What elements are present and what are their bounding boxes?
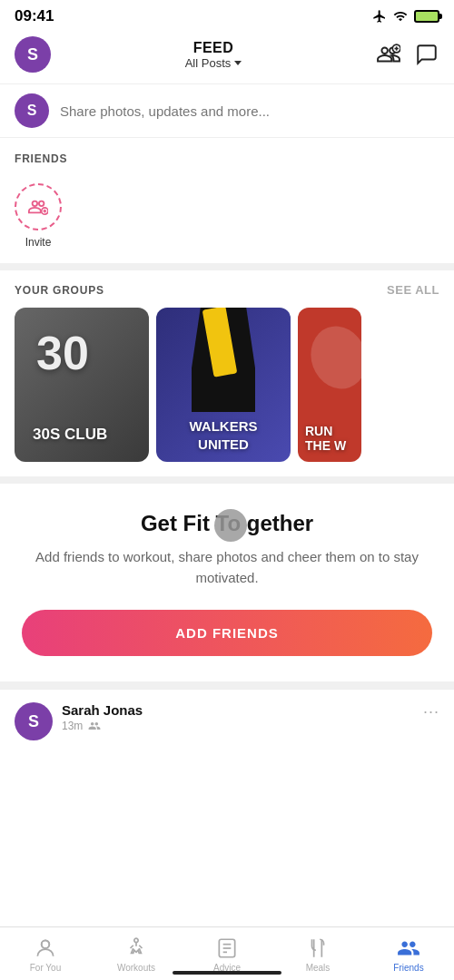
wifi-icon bbox=[392, 9, 409, 24]
chevron-down-icon bbox=[234, 61, 242, 65]
meals-icon bbox=[306, 936, 330, 960]
invite-button[interactable]: Invite bbox=[15, 183, 62, 249]
invite-label: Invite bbox=[25, 236, 52, 249]
status-time: 09:41 bbox=[15, 7, 54, 25]
friends-row: Invite bbox=[0, 183, 454, 263]
post-info: Sarah Jonas 13m bbox=[62, 702, 414, 732]
nav-label-workouts: Workouts bbox=[117, 963, 155, 973]
svg-point-8 bbox=[134, 938, 138, 942]
svg-point-7 bbox=[42, 940, 50, 948]
nav-item-for-you[interactable]: For You bbox=[0, 933, 91, 980]
status-bar: 09:41 bbox=[0, 0, 454, 29]
header-actions bbox=[376, 42, 439, 67]
groups-section-header: YOUR GROUPS SEE ALL bbox=[0, 270, 454, 308]
post-more-options-button[interactable]: ··· bbox=[423, 702, 439, 721]
group-card-label: 30S CLUB bbox=[33, 426, 107, 444]
group-card-label: WALKERSUNITED bbox=[156, 417, 291, 453]
battery-icon bbox=[414, 10, 439, 23]
share-bar[interactable]: S bbox=[0, 83, 454, 138]
nav-label-for-you: For You bbox=[30, 963, 61, 973]
groups-title: YOUR GROUPS bbox=[15, 284, 104, 297]
post-time: 13m bbox=[62, 720, 83, 732]
nav-label-meals: Meals bbox=[306, 963, 331, 973]
add-friend-button[interactable] bbox=[376, 42, 401, 67]
status-icons bbox=[372, 9, 439, 24]
feed-title: FEED bbox=[185, 40, 242, 56]
nav-item-workouts[interactable]: Workouts bbox=[91, 933, 182, 980]
group-icon bbox=[88, 720, 101, 732]
friends-section-label: FRIENDS bbox=[15, 152, 439, 165]
share-input[interactable] bbox=[60, 103, 439, 119]
post-author-name: Sarah Jonas bbox=[62, 702, 414, 718]
get-fit-title: Get Fit To gether bbox=[22, 511, 432, 536]
airplane-icon bbox=[372, 9, 387, 24]
feed-title-group: FEED All Posts bbox=[185, 40, 242, 70]
feed-filter[interactable]: All Posts bbox=[185, 56, 242, 70]
post-avatar[interactable]: S bbox=[15, 702, 53, 740]
get-fit-section: Get Fit To gether Add friends to workout… bbox=[0, 484, 454, 681]
post-item: S Sarah Jonas 13m ··· bbox=[0, 689, 454, 753]
group-card-walkers-united[interactable]: WALKERSUNITED bbox=[156, 308, 291, 462]
share-avatar: S bbox=[15, 93, 49, 128]
workouts-icon bbox=[124, 936, 148, 960]
home-indicator bbox=[173, 971, 281, 975]
friends-section-header: FRIENDS bbox=[0, 138, 454, 183]
overlay-circle bbox=[214, 509, 247, 542]
nav-item-friends[interactable]: Friends bbox=[363, 933, 454, 980]
nav-item-meals[interactable]: Meals bbox=[272, 933, 363, 980]
header: S FEED All Posts bbox=[0, 29, 454, 83]
section-divider-3 bbox=[0, 681, 454, 689]
friends-icon bbox=[397, 936, 420, 960]
for-you-icon bbox=[34, 936, 57, 960]
user-avatar[interactable]: S bbox=[15, 36, 51, 73]
section-divider-2 bbox=[0, 476, 454, 484]
group-card-label: RUN THE W bbox=[305, 424, 354, 453]
messages-button[interactable] bbox=[414, 42, 439, 67]
group-big-number: 30 bbox=[36, 329, 89, 377]
group-card-30s-club[interactable]: 30 30S CLUB bbox=[15, 308, 149, 462]
post-meta: 13m bbox=[62, 720, 414, 732]
nav-label-friends: Friends bbox=[393, 963, 423, 973]
group-card-run-the-w[interactable]: RUN THE W bbox=[298, 308, 361, 462]
section-divider bbox=[0, 263, 454, 270]
invite-circle bbox=[15, 183, 62, 230]
add-friends-button[interactable]: ADD FRIENDS bbox=[22, 610, 432, 656]
advice-icon bbox=[215, 936, 239, 960]
groups-row: 30 30S CLUB WALKERSUNITED RUN THE W bbox=[0, 308, 454, 476]
get-fit-description: Add friends to workout, share photos and… bbox=[22, 547, 432, 588]
see-all-groups-button[interactable]: SEE ALL bbox=[387, 283, 439, 297]
